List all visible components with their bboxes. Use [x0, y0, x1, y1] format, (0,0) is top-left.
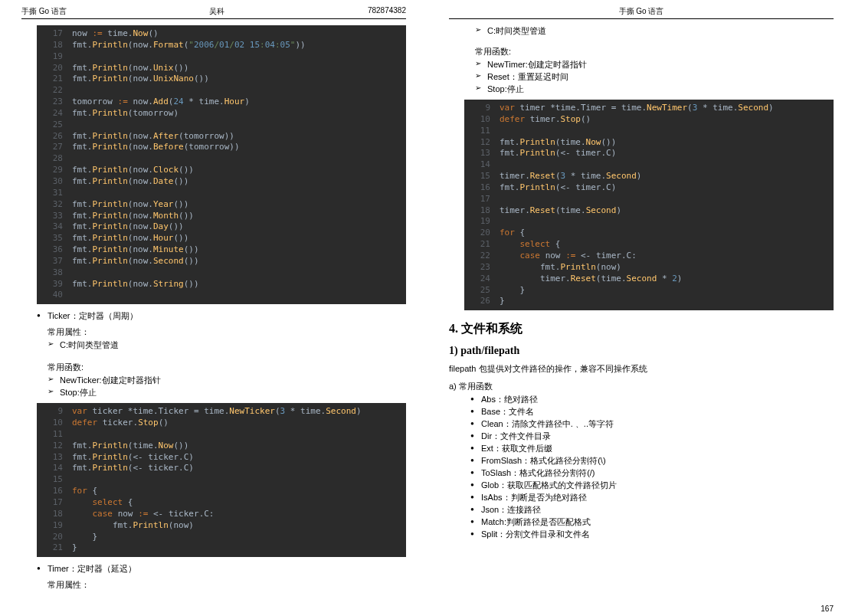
code-line: 14fmt.Println(<- ticker.C)	[37, 463, 406, 474]
code-line: 12fmt.Println(time.Now())	[464, 137, 834, 149]
header-title: 手撕 Go 语言	[21, 6, 67, 17]
list-item: Match:判断路径是否匹配格式	[470, 516, 834, 528]
code-block-timer: 9var timer *time.Timer = time.NewTimer(3…	[464, 100, 834, 310]
code-line: 26fmt.Println(now.After(tomorrow))	[37, 131, 406, 143]
code-line: 18 case now := <- ticker.C:	[37, 509, 406, 520]
code-line: 16fmt.Println(<- timer.C)	[464, 182, 834, 194]
page-number: 167	[821, 605, 834, 613]
code-line: 15	[37, 474, 406, 486]
code-line: 11	[464, 126, 834, 137]
code-line: 25 }	[464, 285, 834, 297]
code-line: 17 select {	[37, 497, 406, 509]
list-item: Stop:停止	[48, 387, 406, 398]
list-item: IsAbs：判断是否为绝对路径	[470, 492, 834, 503]
ticker-fn-list: NewTicker:创建定时器指针Stop:停止	[48, 375, 406, 398]
list-item: Split：分割文件目录和文件名	[470, 529, 834, 540]
list-item: Reset：重置延迟时间	[475, 71, 834, 83]
code-line: 10defer ticker.Stop()	[37, 418, 406, 429]
code-line: 33fmt.Println(now.Month())	[37, 211, 406, 222]
list-item: Stop:停止	[475, 84, 834, 95]
timer-fn-list: NewTimer:创建定时器指针Reset：重置延迟时间Stop:停止	[475, 59, 834, 95]
page-header-right: 手撕 Go 语言	[449, 6, 834, 19]
list-item: C:时间类型管道	[48, 339, 406, 351]
code-line: 12fmt.Println(time.Now())	[37, 441, 406, 452]
ticker-attr-list: C:时间类型管道	[48, 339, 406, 351]
code-line: 13fmt.Println(<- timer.C)	[464, 148, 834, 159]
code-line: 21fmt.Println(now.UnixNano())	[37, 74, 406, 85]
subsection-1-heading: 1) path/filepath	[449, 345, 834, 357]
list-item: Glob：获取匹配格式的文件路径切片	[470, 480, 834, 491]
code-line: 37fmt.Println(now.Second())	[37, 256, 406, 267]
code-line: 9var timer *time.Timer = time.NewTimer(3…	[464, 103, 834, 114]
code-line: 23 fmt.Println(now)	[464, 262, 834, 274]
code-line: 21}	[37, 542, 406, 554]
code-line: 40	[37, 290, 406, 301]
list-item: NewTimer:创建定时器指针	[475, 59, 834, 70]
code-line: 28	[37, 153, 406, 165]
code-line: 22 case now := <- timer.C:	[464, 251, 834, 262]
list-item: Json：连接路径	[470, 504, 834, 516]
code-line: 9var ticker *time.Ticker = time.NewTicke…	[37, 406, 406, 418]
code-line: 30fmt.Println(now.Date())	[37, 176, 406, 188]
list-item: NewTicker:创建定时器指针	[48, 375, 406, 386]
code-block-ticker: 9var ticker *time.Ticker = time.NewTicke…	[37, 403, 406, 557]
list-item: Abs：绝对路径	[470, 394, 834, 405]
list-item: Ext：获取文件后缀	[470, 443, 834, 454]
filepath-fn-list: Abs：绝对路径Base：文件名Clean：清除文件路径中. 、..等字符Dir…	[470, 394, 834, 540]
code-line: 20 }	[37, 532, 406, 543]
code-line: 38	[37, 267, 406, 279]
code-line: 31	[37, 188, 406, 199]
timer-fn-label: 常用函数:	[475, 46, 834, 57]
list-item: Clean：清除文件路径中. 、..等字符	[470, 418, 834, 430]
ticker-attr-label: 常用属性：	[48, 326, 406, 338]
list-item: Base：文件名	[470, 406, 834, 418]
code-line: 32fmt.Println(now.Year())	[37, 199, 406, 211]
code-line: 14	[464, 159, 834, 171]
code-line: 23tomorrow := now.Add(24 * time.Hour)	[37, 97, 406, 108]
code-block-time: 17now := time.Now()18fmt.Println(now.For…	[37, 25, 406, 304]
list-item: ToSlash：格式化路径分割符(/)	[470, 467, 834, 479]
code-line: 19 fmt.Println(now)	[37, 520, 406, 532]
timer-section: Timer：定时器（延迟）	[37, 563, 406, 575]
code-line: 11	[37, 429, 406, 441]
page-header-left: 手撕 Go 语言 吴科 782874382	[21, 6, 406, 19]
code-line: 18timer.Reset(time.Second)	[464, 205, 834, 217]
list-item: Dir：文件文件目录	[470, 431, 834, 442]
code-line: 27fmt.Println(now.Before(tomorrow))	[37, 142, 406, 153]
timer-attr-list: C:时间类型管道	[475, 25, 834, 37]
code-line: 36fmt.Println(now.Minute())	[37, 244, 406, 256]
timer-title: Timer：定时器（延迟）	[37, 563, 406, 575]
code-line: 18fmt.Println(now.Format("2006/01/02 15:…	[37, 40, 406, 51]
ticker-section: Ticker：定时器（周期）	[37, 310, 406, 322]
page-left: 手撕 Go 语言 吴科 782874382 17now := time.Now(…	[0, 0, 428, 616]
filepath-desc: filepath 包提供对文件路径的操作，兼容不同操作系统	[449, 363, 834, 375]
code-line: 35fmt.Println(now.Hour())	[37, 233, 406, 244]
code-line: 20for {	[464, 228, 834, 239]
code-line: 29fmt.Println(now.Clock())	[37, 165, 406, 176]
code-line: 20fmt.Println(now.Unix())	[37, 63, 406, 74]
code-line: 25	[37, 120, 406, 131]
code-line: 13fmt.Println(<- ticker.C)	[37, 452, 406, 464]
header-id: 782874382	[368, 6, 406, 17]
code-line: 26}	[464, 296, 834, 307]
code-line: 16for {	[37, 486, 406, 497]
code-line: 17now := time.Now()	[37, 28, 406, 40]
code-line: 15timer.Reset(3 * time.Second)	[464, 171, 834, 182]
code-line: 24fmt.Println(tomorrow)	[37, 108, 406, 120]
code-line: 10defer timer.Stop()	[464, 114, 834, 126]
timer-attr-label: 常用属性：	[48, 579, 406, 591]
section-4-heading: 4. 文件和系统	[449, 321, 834, 337]
header-author: 吴科	[67, 6, 368, 17]
code-line: 22	[37, 85, 406, 97]
code-line: 17	[464, 194, 834, 205]
code-line: 34fmt.Println(now.Day())	[37, 221, 406, 233]
a-label: a) 常用函数	[449, 381, 834, 392]
code-line: 19	[464, 216, 834, 228]
code-line: 21 select {	[464, 239, 834, 251]
code-line: 24 timer.Reset(time.Second * 2)	[464, 274, 834, 285]
page-right: 手撕 Go 语言 C:时间类型管道 常用函数: NewTimer:创建定时器指针…	[428, 0, 855, 616]
list-item: C:时间类型管道	[475, 25, 834, 37]
ticker-fn-label: 常用函数:	[48, 362, 406, 373]
list-item: FromSlash：格式化路径分割符(\)	[470, 455, 834, 467]
code-line: 39fmt.Println(now.String())	[37, 279, 406, 290]
